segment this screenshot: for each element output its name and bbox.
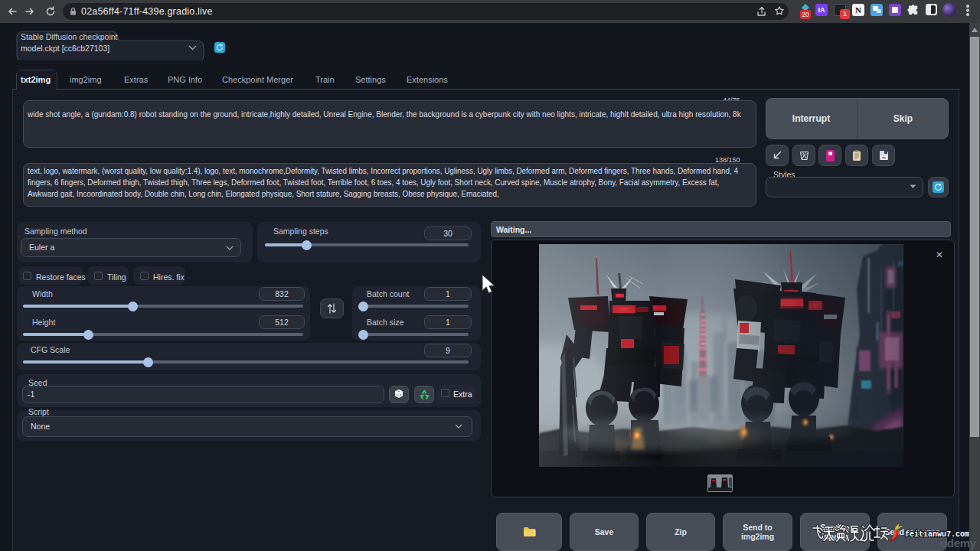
svg-text:feitianwu7.com: feitianwu7.com [905,530,969,539]
svg-text:20: 20 [802,11,809,18]
